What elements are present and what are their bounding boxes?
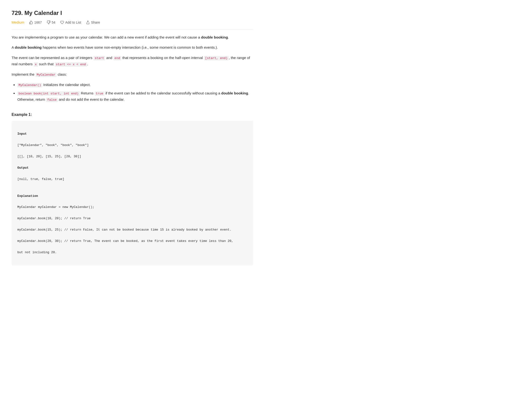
code-book-signature: boolean book(int start, int end) — [17, 91, 80, 96]
thumbs-up-icon — [29, 20, 33, 24]
upvote-count: 1667 — [34, 20, 42, 24]
problem-title: 729. My Calendar I — [12, 10, 253, 16]
explanation-line-5: but not including 20. — [17, 251, 57, 254]
code-end: end — [113, 56, 121, 60]
output-line: [null, true, false, true] — [17, 177, 64, 181]
code-mycalendar: MyCalendar — [35, 73, 57, 77]
share-label: Share — [91, 20, 100, 24]
code-false: false — [46, 98, 58, 102]
example-1-section: Example 1: Input ["MyCalendar", "book", … — [12, 113, 253, 265]
code-constructor: MyCalendar() — [17, 83, 42, 87]
input-line2: [[], [10, 20], [15, 25], [20, 30]] — [17, 155, 81, 158]
code-x: x — [34, 62, 38, 67]
explanation-line-4: myCalendar.book(20, 30); // return True,… — [17, 239, 233, 243]
explanation-label: Explanation — [17, 194, 38, 198]
downvote-count: 54 — [52, 20, 56, 24]
share-button[interactable]: Share — [86, 20, 100, 24]
add-to-list-button[interactable]: Add to List — [60, 20, 81, 24]
description-para2: A double booking happens when two events… — [12, 44, 253, 51]
description-para3: The event can be represented as a pair o… — [12, 55, 253, 68]
list-item-constructor: MyCalendar() Initializes the calendar ob… — [17, 82, 253, 88]
add-to-list-label: Add to List — [65, 20, 81, 24]
explanation-line-2: myCalendar.book(10, 20); // return True — [17, 217, 91, 220]
double-booking-bold-3: double booking — [221, 91, 248, 95]
double-booking-bold-2: double booking — [15, 45, 42, 49]
list-item-book: boolean book(int start, int end) Returns… — [17, 90, 253, 103]
heart-icon — [60, 20, 64, 24]
output-label: Output — [17, 166, 29, 170]
downvote-button[interactable]: 54 — [47, 20, 56, 24]
share-icon — [86, 20, 90, 24]
code-start: start — [93, 56, 105, 60]
description-para1: You are implementing a program to use as… — [12, 34, 253, 40]
upvote-button[interactable]: 1667 — [29, 20, 42, 24]
thumbs-down-icon — [47, 20, 51, 24]
code-true: true — [95, 91, 104, 96]
explanation-line-3: myCalendar.book(15, 25); // return False… — [17, 228, 231, 232]
example-1-title: Example 1: — [12, 113, 253, 117]
problem-description: You are implementing a program to use as… — [12, 34, 253, 103]
input-line1: ["MyCalendar", "book", "book", "book"] — [17, 143, 89, 147]
code-interval: [start, end) — [204, 56, 229, 60]
code-condition: start <= x < end — [55, 62, 87, 67]
example-1-code-block: Input ["MyCalendar", "book", "book", "bo… — [12, 121, 253, 265]
meta-row: Medium 1667 54 Add to List Share — [12, 20, 253, 29]
explanation-line-1: MyCalendar myCalendar = new MyCalendar()… — [17, 205, 94, 209]
method-list: MyCalendar() Initializes the calendar ob… — [17, 82, 253, 103]
description-para4: Implement the MyCalendar class: — [12, 71, 253, 78]
input-label: Input — [17, 132, 27, 136]
double-booking-bold-1: double booking — [201, 35, 228, 39]
difficulty-badge[interactable]: Medium — [12, 20, 24, 24]
